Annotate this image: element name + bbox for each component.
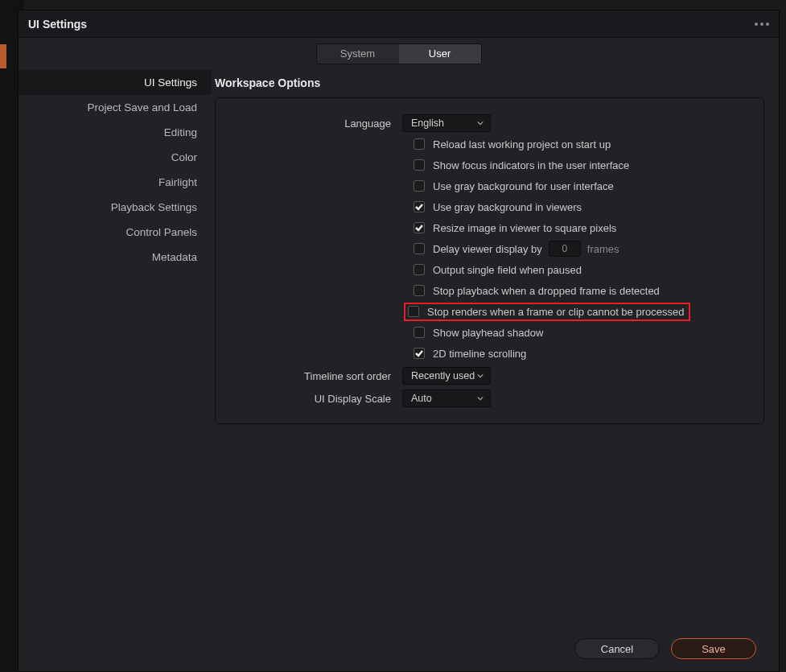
label-resize: Resize image in viewer to square pixels — [433, 222, 616, 234]
checkbox-reload[interactable] — [414, 138, 425, 150]
checkbox-stop-renders[interactable] — [408, 306, 419, 317]
checkbox-stop-dropped[interactable] — [414, 285, 425, 296]
chevron-down-icon — [477, 373, 484, 379]
sidebar-item-editing[interactable]: Editing — [19, 120, 212, 145]
save-button[interactable]: Save — [671, 638, 756, 659]
checkbox-gray-ui[interactable] — [414, 180, 425, 192]
select-scale-value: Auto — [411, 393, 432, 404]
sidebar-item-metadata[interactable]: Metadata — [19, 245, 212, 270]
settings-panel: UI Settings System User UI Settings Proj… — [18, 10, 780, 672]
row-resize: Resize image in viewer to square pixels — [233, 217, 746, 238]
checkbox-single-field[interactable] — [414, 264, 425, 275]
label-scale: UI Display Scale — [233, 393, 402, 405]
footer: Cancel Save — [19, 626, 779, 671]
label-focus: Show focus indicators in the user interf… — [433, 159, 629, 171]
row-stop-renders: Stop renders when a frame or clip cannot… — [233, 301, 746, 322]
row-stop-dropped: Stop playback when a dropped frame is de… — [233, 280, 746, 301]
row-gray-viewers: Use gray background in viewers — [233, 196, 746, 217]
input-delay-frames[interactable] — [549, 241, 581, 257]
sidebar-item-control-panels[interactable]: Control Panels — [19, 220, 212, 245]
sidebar-item-project-save[interactable]: Project Save and Load — [19, 95, 212, 120]
window-title: UI Settings — [28, 18, 755, 31]
checkbox-delay[interactable] — [414, 243, 425, 254]
sidebar-item-color[interactable]: Color — [19, 145, 212, 170]
sidebar-item-ui-settings[interactable]: UI Settings — [19, 70, 212, 95]
label-single-field: Output single field when paused — [433, 264, 582, 276]
content-area: Workspace Options Language English Reloa… — [212, 70, 779, 671]
row-focus: Show focus indicators in the user interf… — [233, 155, 746, 175]
row-reload: Reload last working project on start up — [233, 134, 746, 155]
checkbox-timeline-scroll[interactable] — [414, 348, 425, 359]
sidebar: UI Settings Project Save and Load Editin… — [19, 70, 212, 671]
row-delay: Delay viewer display by frames — [233, 238, 746, 259]
tab-group: System User — [316, 43, 482, 64]
row-playhead-shadow: Show playhead shadow — [233, 322, 746, 343]
row-timeline-scroll: 2D timeline scrolling — [233, 343, 746, 364]
row-gray-ui: Use gray background for user interface — [233, 175, 746, 196]
chevron-down-icon — [477, 120, 484, 126]
label-sort: Timeline sort order — [233, 370, 402, 382]
tab-system[interactable]: System — [317, 44, 399, 64]
row-language: Language English — [233, 113, 746, 134]
titlebar: UI Settings — [19, 10, 779, 38]
tabs-bar: System User — [19, 38, 779, 70]
options-box: Language English Reload last working pro… — [215, 97, 764, 424]
sidebar-item-fairlight[interactable]: Fairlight — [19, 170, 212, 195]
checkbox-resize[interactable] — [414, 222, 425, 233]
select-sort-value: Recently used — [411, 370, 475, 381]
chevron-down-icon — [477, 395, 484, 402]
checkbox-playhead-shadow[interactable] — [414, 327, 425, 338]
row-sort: Timeline sort order Recently used — [233, 365, 746, 386]
label-gray-ui: Use gray background for user interface — [433, 180, 614, 192]
highlight-stop-renders: Stop renders when a frame or clip cannot… — [404, 303, 690, 321]
label-reload: Reload last working project on start up — [433, 138, 611, 150]
label-stop-renders: Stop renders when a frame or clip cannot… — [427, 306, 684, 318]
label-language: Language — [233, 117, 402, 130]
cancel-button[interactable]: Cancel — [574, 638, 660, 659]
row-single-field: Output single field when paused — [233, 259, 746, 280]
select-scale[interactable]: Auto — [402, 390, 491, 407]
label-timeline-scroll: 2D timeline scrolling — [433, 348, 526, 360]
label-stop-dropped: Stop playback when a dropped frame is de… — [433, 285, 660, 297]
label-gray-viewers: Use gray background in viewers — [433, 201, 582, 213]
tab-user[interactable]: User — [399, 44, 481, 64]
label-playhead-shadow: Show playhead shadow — [433, 327, 543, 339]
label-delay-unit: frames — [587, 243, 619, 255]
sidebar-item-playback[interactable]: Playback Settings — [19, 195, 212, 220]
select-language[interactable]: English — [402, 114, 491, 132]
row-scale: UI Display Scale Auto — [233, 388, 746, 409]
select-sort[interactable]: Recently used — [402, 367, 491, 385]
options-menu-icon[interactable] — [755, 23, 769, 26]
checkbox-focus[interactable] — [414, 159, 425, 171]
select-language-value: English — [411, 117, 444, 129]
panel-body: UI Settings Project Save and Load Editin… — [19, 70, 779, 671]
label-delay: Delay viewer display by — [433, 243, 542, 255]
section-title: Workspace Options — [215, 70, 764, 97]
checkbox-gray-viewers[interactable] — [414, 201, 425, 212]
